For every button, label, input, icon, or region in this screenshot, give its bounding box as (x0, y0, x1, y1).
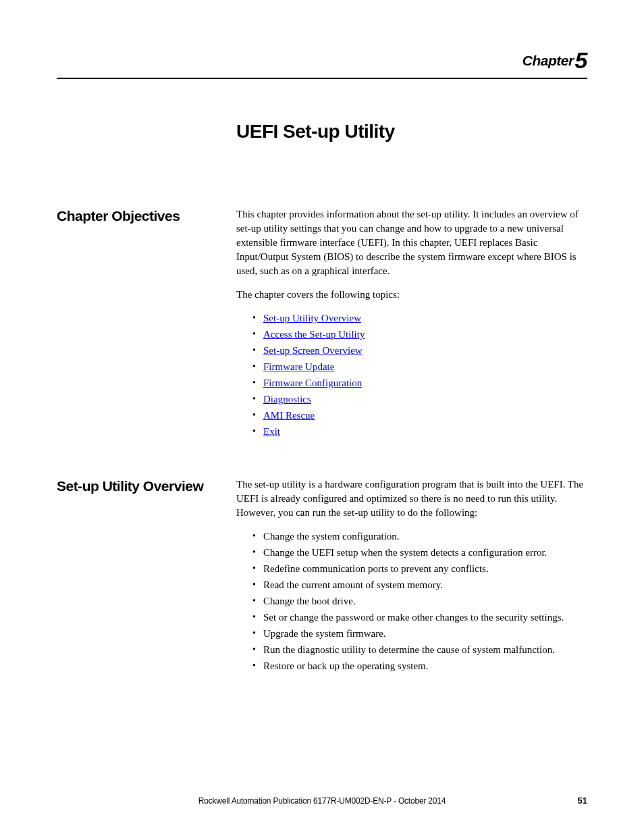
list-item: Set-up Utility Overview (252, 311, 587, 325)
section-overview: Set-up Utility Overview The set-up utili… (57, 477, 587, 675)
link-setup-overview[interactable]: Set-up Utility Overview (263, 313, 361, 323)
link-firmware-config[interactable]: Firmware Configuration (263, 377, 362, 388)
chapter-number: 5 (575, 47, 587, 73)
list-item: Restore or back up the operating system. (252, 659, 587, 673)
objectives-p2: The chapter covers the following topics: (236, 288, 587, 302)
list-item: Change the system configuration. (252, 529, 587, 544)
list-item: Set or change the password or make other… (252, 610, 587, 625)
link-diagnostics[interactable]: Diagnostics (263, 394, 311, 405)
list-item: Redefine communication ports to prevent … (252, 562, 587, 576)
list-item: Change the boot drive. (252, 594, 587, 608)
objectives-p1: This chapter provides information about … (236, 207, 587, 278)
list-item: Firmware Configuration (252, 376, 587, 390)
link-screen-overview[interactable]: Set-up Screen Overview (263, 345, 363, 356)
footer-publication: Rockwell Automation Publication 6177R-UM… (66, 796, 577, 806)
overview-p1: The set-up utility is a hardware configu… (236, 477, 587, 520)
heading-overview: Set-up Utility Overview (57, 477, 236, 675)
list-item: Firmware Update (252, 360, 587, 374)
link-ami-rescue[interactable]: AMI Rescue (263, 410, 315, 421)
list-item: Run the diagnostic utility to determine … (252, 643, 587, 657)
link-firmware-update[interactable]: Firmware Update (263, 361, 334, 372)
overview-list: Change the system configuration. Change … (236, 529, 587, 673)
footer: 51 Rockwell Automation Publication 6177R… (57, 796, 587, 806)
list-item: Access the Set-up Utility (252, 328, 587, 342)
body-overview: The set-up utility is a hardware configu… (236, 477, 587, 675)
link-access-setup[interactable]: Access the Set-up Utility (263, 329, 365, 340)
section-objectives: Chapter Objectives This chapter provides… (57, 207, 587, 441)
list-item: Set-up Screen Overview (252, 344, 587, 358)
list-item: Diagnostics (252, 392, 587, 407)
footer-page: 51 (578, 796, 587, 806)
list-item: Exit (252, 425, 587, 439)
page-title: UEFI Set-up Utility (236, 121, 587, 142)
list-item: Upgrade the system firmware. (252, 627, 587, 641)
chapter-header: Chapter5 (57, 47, 587, 79)
topics-list: Set-up Utility Overview Access the Set-u… (236, 311, 587, 439)
list-item: Change the UEFI setup when the system de… (252, 546, 587, 560)
list-item: Read the current amount of system memory… (252, 578, 587, 592)
heading-objectives: Chapter Objectives (57, 207, 236, 441)
list-item: AMI Rescue (252, 409, 587, 423)
chapter-word: Chapter (522, 53, 574, 68)
body-objectives: This chapter provides information about … (236, 207, 587, 441)
link-exit[interactable]: Exit (263, 426, 280, 437)
